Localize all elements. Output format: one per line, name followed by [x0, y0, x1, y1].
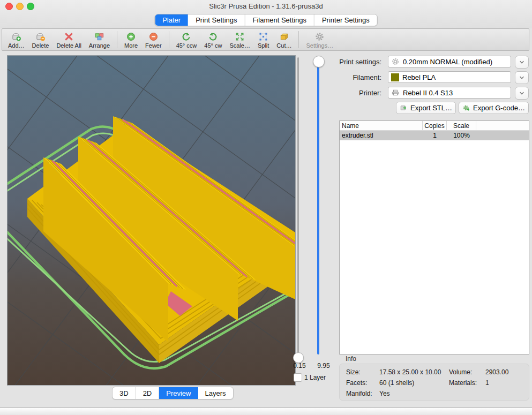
3d-preview-viewport[interactable]: [7, 55, 296, 386]
column-header-copies[interactable]: Copies: [423, 121, 447, 130]
column-header-name[interactable]: Name: [340, 121, 423, 130]
split-button-label: Split: [258, 42, 269, 49]
more-copies-icon: [126, 32, 136, 42]
delete-button[interactable]: Delete: [28, 29, 53, 50]
info-facets-value: 60 (1 shells): [379, 379, 449, 390]
one-layer-checkbox[interactable]: [294, 373, 302, 382]
view-tab-preview[interactable]: Preview: [159, 387, 198, 399]
export-gcode-label: Export G-code…: [473, 104, 525, 112]
object-row-spacer: [476, 131, 529, 140]
settings-button[interactable]: Settings…: [302, 29, 337, 50]
slic3r-window: { "window": { "title": "Slic3r Prusa Edi…: [0, 0, 532, 415]
cut-button[interactable]: Cut…: [273, 29, 295, 50]
delete-button-label: Delete: [32, 42, 49, 49]
tab-filament-settings[interactable]: Filament Settings: [245, 14, 314, 26]
view-tab-2d[interactable]: 2D: [136, 387, 160, 399]
tab-printer-settings[interactable]: Printer Settings: [314, 14, 377, 26]
view-tab-3d[interactable]: 3D: [113, 387, 136, 399]
window-title: Slic3r Prusa Edition - 1.31.6-prusa3d: [0, 2, 532, 10]
printer-dropdown-button[interactable]: [515, 87, 529, 100]
arrange-icon: [94, 32, 104, 42]
info-materials-value: 1: [485, 379, 529, 390]
statusbar: [0, 408, 532, 415]
printer-icon: [391, 88, 400, 97]
scale-button-label: Scale…: [229, 42, 250, 49]
object-list-header: Name Copies Scale: [340, 121, 529, 131]
printer-combobox[interactable]: Rebel II 0.4 S13: [388, 87, 511, 99]
settings-button-label: Settings…: [306, 42, 333, 49]
print-settings-dropdown-button[interactable]: [515, 56, 529, 69]
layer-slider-high-value: 9.95: [313, 362, 334, 369]
rotate-cw-button[interactable]: 45° cw: [200, 29, 226, 50]
object-scale-cell: 100%: [447, 131, 476, 140]
chevron-down-icon: [519, 59, 525, 65]
arrange-button[interactable]: Arrange: [85, 29, 114, 50]
column-header-scale[interactable]: Scale: [447, 121, 476, 130]
info-materials-label: Materials:: [449, 379, 485, 390]
layer-slider-high-track[interactable]: [317, 61, 319, 354]
more-button-label: More: [124, 42, 138, 49]
rotate-ccw-button-label: 45° ccw: [176, 42, 197, 49]
scale-button[interactable]: Scale…: [226, 29, 254, 50]
one-layer-label: 1 Layer: [304, 374, 326, 381]
delete-all-icon: [64, 32, 74, 42]
settings-gear-icon: [314, 32, 325, 42]
object-copies-cell: 1: [423, 131, 447, 140]
preset-gear-icon: [391, 57, 400, 66]
filament-dropdown-button[interactable]: [515, 71, 529, 84]
export-gcode-icon: [462, 104, 470, 112]
gcode-preview-canvas: [8, 56, 295, 385]
object-name-cell: extruder.stl: [340, 131, 423, 140]
layer-slider-high-thumb[interactable]: [313, 56, 325, 67]
rotate-ccw-icon: [181, 32, 191, 42]
chevron-down-icon: [519, 74, 525, 81]
fewer-button-label: Fewer: [145, 42, 162, 49]
info-size-value: 17.58 x 25.00 x 10.00: [379, 368, 449, 379]
tab-plater[interactable]: Plater: [155, 14, 188, 26]
add-button[interactable]: Add…: [4, 29, 28, 50]
export-gcode-button[interactable]: Export G-code…: [459, 102, 529, 114]
window-chrome: Slic3r Prusa Edition - 1.31.6-prusa3d Pl…: [0, 0, 532, 28]
export-stl-icon: [400, 104, 408, 112]
column-header-spacer: [476, 121, 529, 130]
print-settings-label: Print settings:: [334, 58, 381, 66]
rotate-ccw-button[interactable]: 45° ccw: [173, 29, 201, 50]
object-row-extruder[interactable]: extruder.stl 1 100%: [340, 131, 529, 140]
toolbar-separator: [298, 31, 299, 48]
object-list-table[interactable]: Name Copies Scale extruder.stl 1 100%: [339, 120, 529, 354]
delete-all-button-label: Delete All: [56, 42, 81, 49]
export-stl-label: Export STL…: [410, 104, 452, 112]
info-size-label: Size:: [346, 368, 379, 379]
info-section-title: Info: [346, 355, 356, 363]
filament-combobox[interactable]: Rebel PLA: [388, 71, 511, 83]
info-volume-label: Volume:: [449, 368, 485, 379]
arrange-button-label: Arrange: [89, 42, 110, 49]
layer-slider-low-thumb[interactable]: [293, 352, 304, 363]
info-facets-label: Facets:: [346, 379, 379, 390]
fewer-button[interactable]: Fewer: [141, 29, 166, 50]
print-settings-combobox[interactable]: 0.20mm NORMAL (modified): [388, 56, 511, 67]
layer-slider-low-track[interactable]: [297, 57, 299, 355]
printer-value: Rebel II 0.4 S13: [403, 89, 453, 97]
info-manifold-value: Yes: [379, 390, 449, 401]
delete-object-icon: [35, 32, 46, 42]
tab-print-settings[interactable]: Print Settings: [188, 14, 245, 26]
split-button[interactable]: Split: [254, 29, 273, 50]
info-manifold-label: Manifold:: [346, 390, 379, 401]
export-stl-button[interactable]: Export STL…: [396, 102, 456, 114]
view-tab-layers[interactable]: Layers: [198, 387, 233, 399]
fewer-copies-icon: [148, 32, 159, 42]
add-button-label: Add…: [8, 42, 25, 49]
delete-all-button[interactable]: Delete All: [53, 29, 85, 50]
filament-label: Filament:: [334, 73, 381, 81]
printer-label: Printer:: [334, 89, 381, 97]
view-mode-tab-bar: 3D 2D Preview Layers: [112, 387, 234, 399]
toolbar-separator: [169, 31, 169, 48]
more-button[interactable]: More: [121, 29, 141, 50]
info-panel: Size: 17.58 x 25.00 x 10.00 Volume: 2903…: [339, 364, 529, 401]
rotate-cw-button-label: 45° cw: [204, 42, 222, 49]
main-tab-bar: Plater Print Settings Filament Settings …: [154, 14, 378, 26]
filament-value: Rebel PLA: [402, 73, 436, 81]
filament-color-swatch: [391, 73, 399, 81]
chevron-down-icon: [519, 90, 525, 96]
